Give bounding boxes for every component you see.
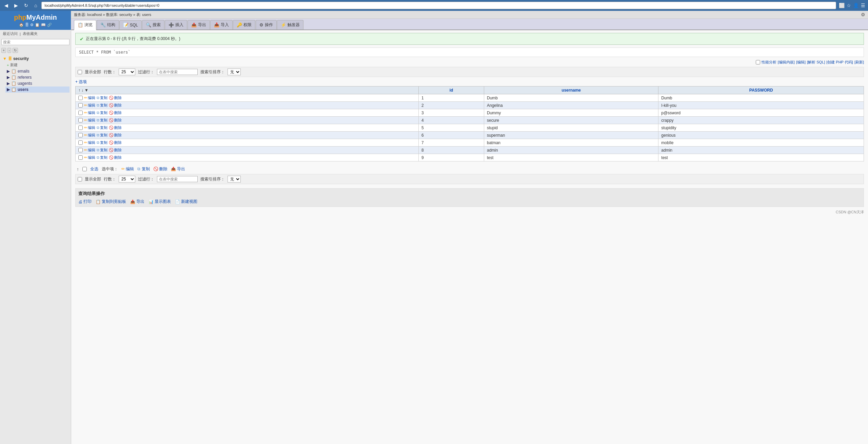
delete-link-5[interactable]: 🚫 刪除 (109, 125, 122, 130)
edit-link[interactable]: [编辑] (796, 60, 806, 65)
new-view-link[interactable]: 📄 新建视图 (175, 199, 197, 205)
edit-inner-link[interactable]: [编辑内嵌] (778, 60, 795, 65)
sidebar-item-uagents[interactable]: ▶ 📋 uagents (5, 80, 70, 86)
row-count-select-bottom[interactable]: 25 50 100 (119, 176, 135, 182)
collapse-all-btn[interactable]: - (7, 48, 11, 53)
parse-sql-link[interactable]: [解析 SQL] (807, 60, 825, 65)
tab-search[interactable]: 🔍 搜索 (142, 20, 164, 30)
delete-link-1[interactable]: 🚫 刪除 (109, 95, 122, 100)
db-link-icon[interactable]: 🗄 (25, 23, 29, 27)
server-link[interactable]: 服务器: localhost (74, 13, 102, 17)
copy-link-1[interactable]: ⧉ 复制 (97, 95, 107, 100)
filter-icon[interactable]: ▼ (84, 88, 88, 93)
tab-structure[interactable]: 🔧 结构 (97, 20, 119, 30)
copy-link-7[interactable]: ⧉ 复制 (97, 140, 107, 145)
tab-privileges[interactable]: 🔑 权限 (233, 20, 255, 30)
row-checkbox-4[interactable] (78, 118, 83, 122)
bottom-copy-link[interactable]: ⧉ 复制 (137, 166, 150, 172)
db-link[interactable]: 数据库: security (106, 13, 132, 17)
copy-link-6[interactable]: ⧉ 复制 (97, 133, 107, 138)
bottom-export-link[interactable]: 📤 导出 (171, 166, 185, 172)
bottom-delete-link[interactable]: 🚫 刪除 (153, 166, 167, 172)
bookmarks-label[interactable]: 表收藏夹 (23, 31, 38, 36)
sort-down-icon[interactable]: ↓ (81, 88, 83, 93)
tab-sql[interactable]: 📝 SQL (119, 20, 142, 29)
print-link[interactable]: 🖨 打印 (78, 199, 92, 205)
recent-label[interactable]: 最近访问 (3, 31, 18, 36)
row-checkbox-6[interactable] (78, 133, 83, 137)
home-link-icon[interactable]: 🏠 (19, 23, 24, 27)
search-order-select-bottom[interactable]: 无 (228, 176, 241, 182)
tab-insert[interactable]: ➕ 插入 (165, 20, 187, 30)
row-checkbox-3[interactable] (78, 111, 83, 115)
tab-export[interactable]: 📤 导出 (188, 20, 210, 30)
show-chart-link[interactable]: 📊 显示图表 (149, 199, 171, 205)
sidebar-search-input[interactable] (1, 39, 70, 45)
delete-link-7[interactable]: 🚫 刪除 (109, 140, 122, 145)
copy-link-4[interactable]: ⧉ 复制 (97, 118, 107, 123)
copy-link-3[interactable]: ⧉ 复制 (97, 110, 107, 115)
copy-link-5[interactable]: ⧉ 复制 (97, 125, 107, 130)
settings-link-icon[interactable]: ⚙ (30, 23, 34, 27)
copy-clipboard-link[interactable]: 📋 复制到剪贴板 (96, 199, 126, 205)
edit-link-1[interactable]: ✏ 编辑 (84, 95, 95, 100)
tab-import[interactable]: 📥 导入 (210, 20, 233, 30)
tab-browse[interactable]: 📋 浏览 (74, 20, 96, 30)
delete-link-9[interactable]: 🚫 刪除 (109, 155, 122, 160)
copy-link-8[interactable]: ⧉ 复制 (97, 148, 107, 153)
filter-input-bottom[interactable] (157, 176, 198, 182)
col-password-sort-link[interactable]: PASSWORD (749, 88, 773, 93)
row-checkbox-9[interactable] (78, 155, 83, 160)
delete-link-3[interactable]: 🚫 刪除 (109, 110, 122, 115)
sidebar-item-security[interactable]: ▼ 🗄 security (1, 56, 70, 62)
row-count-select-top[interactable]: 25 50 100 250 500 (119, 69, 135, 75)
edit-link-5[interactable]: ✏ 编辑 (84, 125, 95, 130)
url-bar[interactable] (41, 2, 836, 9)
refresh-button[interactable]: ↻ (22, 2, 30, 9)
back-button[interactable]: ◀ (3, 2, 10, 9)
sql-link-icon[interactable]: 📋 (35, 23, 40, 27)
sidebar-item-emails[interactable]: ▶ 📋 emails (5, 68, 70, 74)
edit-link-7[interactable]: ✏ 编辑 (84, 140, 95, 145)
sort-up-icon[interactable]: ↑ (78, 88, 80, 93)
docs-link-icon[interactable]: 📖 (41, 23, 46, 27)
edit-link-2[interactable]: ✏ 编辑 (84, 103, 95, 108)
options-row[interactable]: + 选项 (75, 79, 864, 85)
performance-link[interactable]: 性能分析 (762, 60, 776, 65)
settings-gear-icon[interactable]: ⚙ (861, 12, 865, 17)
performance-checkbox[interactable] (756, 60, 760, 64)
edit-link-9[interactable]: ✏ 编辑 (84, 155, 95, 160)
row-checkbox-7[interactable] (78, 140, 83, 145)
select-all-link[interactable]: 全选 (90, 166, 98, 172)
home-button[interactable]: ⌂ (33, 2, 39, 9)
show-all-checkbox-bottom[interactable] (78, 177, 82, 181)
copy-link-2[interactable]: ⧉ 复制 (97, 103, 107, 108)
filter-input-top[interactable] (157, 69, 198, 75)
row-checkbox-8[interactable] (78, 148, 83, 152)
search-order-select-top[interactable]: 无 (228, 69, 241, 75)
row-checkbox-1[interactable] (78, 96, 83, 100)
delete-link-4[interactable]: 🚫 刪除 (109, 118, 122, 123)
show-all-checkbox-top[interactable] (78, 70, 82, 74)
external-link-icon[interactable]: 🔗 (47, 23, 52, 27)
sidebar-item-referers[interactable]: ▶ 📋 referers (5, 74, 70, 80)
edit-link-4[interactable]: ✏ 编辑 (84, 118, 95, 123)
refresh-btn[interactable]: ↻ (13, 48, 18, 53)
delete-link-8[interactable]: 🚫 刪除 (109, 148, 122, 153)
delete-link-2[interactable]: 🚫 刪除 (109, 103, 122, 108)
sidebar-item-users[interactable]: ▶ 📋 users (5, 86, 70, 93)
sidebar-item-new[interactable]: + 新建 (5, 62, 70, 68)
col-username-sort-link[interactable]: username (561, 88, 581, 93)
export-results-link[interactable]: 📤 导出 (130, 199, 144, 205)
create-php-link[interactable]: [创建 PHP 代码] (826, 60, 853, 65)
edit-link-3[interactable]: ✏ 编辑 (84, 110, 95, 115)
col-id-sort-link[interactable]: id (450, 88, 453, 93)
tab-triggers[interactable]: ⚡ 触发器 (277, 20, 303, 30)
bottom-edit-link[interactable]: ✏ 编辑 (121, 166, 134, 172)
edit-link-6[interactable]: ✏ 编辑 (84, 133, 95, 138)
edit-link-8[interactable]: ✏ 编辑 (84, 148, 95, 153)
expand-all-btn[interactable]: + (1, 48, 6, 53)
copy-link-9[interactable]: ⧉ 复制 (97, 155, 107, 160)
forward-button[interactable]: ▶ (13, 2, 20, 9)
select-all-checkbox[interactable] (82, 167, 87, 171)
